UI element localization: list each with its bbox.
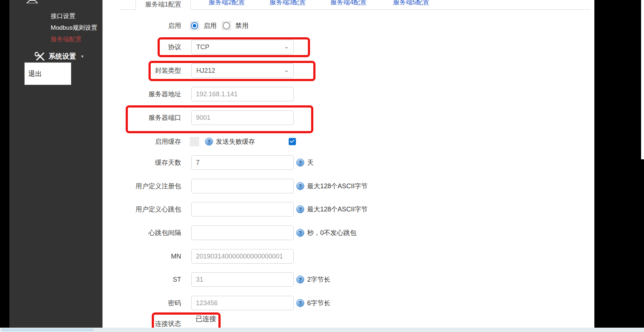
server-address-label: 服务器地址 [98, 87, 181, 101]
checkbox-halo [190, 137, 199, 146]
cache-enable-checkbox[interactable] [289, 138, 296, 145]
tab-server1-config[interactable]: 服务端1配置 [135, 0, 191, 10]
protocol-select[interactable]: TCP ⌄ [191, 40, 294, 54]
protocol-label: 协议 [98, 40, 181, 54]
heartbeat-packet-hint: 最大128个ASCII字节 [307, 202, 368, 217]
row-encapsulation: 封装类型 HJ212 ⌄ [98, 63, 406, 78]
row-protocol: 协议 TCP ⌄ [98, 40, 406, 54]
encapsulation-select[interactable]: HJ212 ⌄ [191, 63, 294, 78]
cache-enable-label: 启用缓存 [98, 134, 181, 149]
cache-enable-hint: 发送失败缓存 [216, 134, 255, 149]
system-settings-label: 系统设置 [49, 52, 76, 61]
cache-days-input[interactable] [191, 155, 294, 170]
help-icon[interactable]: ? [296, 276, 304, 283]
row-heartbeat-packet: 用户定义心跳包 ? 最大128个ASCII字节 [98, 202, 406, 217]
st-hint: 2字节长 [307, 272, 330, 287]
mn-label: MN [98, 249, 181, 264]
mn-input[interactable] [191, 249, 294, 264]
heartbeat-packet-input[interactable] [191, 202, 294, 217]
horizontal-scrollbar-track[interactable] [0, 328, 644, 332]
server-port-input[interactable] [191, 110, 294, 125]
help-icon[interactable]: ? [296, 182, 304, 190]
row-cache-days: 缓存天数 ? 天 [98, 155, 406, 170]
help-icon[interactable]: ? [296, 205, 304, 213]
window-left-edge [0, 0, 9, 332]
row-cache-enable: 启用缓存 ? 发送失败缓存 [98, 134, 406, 149]
enable-off-label[interactable]: 禁用 [235, 18, 248, 33]
tab-server4-config[interactable]: 服务端4配置 [330, 0, 367, 8]
heartbeat-interval-hint: 秒，0不发心跳包 [307, 226, 356, 240]
cache-days-hint: 天 [307, 155, 314, 170]
cache-days-label: 缓存天数 [98, 155, 181, 170]
enable-label: 启用 [98, 18, 181, 33]
register-packet-label: 用户定义注册包 [98, 179, 181, 193]
encapsulation-value: HJ212 [196, 64, 215, 77]
row-mn: MN [98, 249, 406, 264]
heartbeat-interval-input[interactable] [191, 226, 294, 240]
chevron-down-icon: ⌄ [284, 66, 289, 74]
heartbeat-interval-label: 心跳包间隔 [98, 226, 181, 240]
tab-server2-config[interactable]: 服务端2配置 [209, 0, 245, 8]
server-address-input[interactable] [191, 87, 294, 101]
sidebar-group-system-settings[interactable]: 系统设置 ▾ [26, 51, 106, 63]
window-right-edge [594, 0, 644, 332]
heartbeat-packet-label: 用户定义心跳包 [98, 202, 181, 217]
clipped-menu-icon [26, 0, 38, 3]
help-icon[interactable]: ? [296, 229, 304, 237]
tab-server5-config[interactable]: 服务端5配置 [393, 0, 429, 8]
register-packet-hint: 最大128个ASCII字节 [307, 179, 368, 193]
help-icon[interactable]: ? [296, 159, 304, 167]
sidebar: 接口设置 Modbus规则设置 服务端配置 系统设置 ▾ 退出 [9, 0, 103, 332]
st-label: ST [98, 272, 181, 287]
sidebar-item-server-config[interactable]: 服务端配置 [51, 35, 81, 43]
row-server-address: 服务器地址 [98, 87, 406, 101]
row-st: ST ? 2字节长 [98, 272, 406, 287]
row-heartbeat-interval: 心跳包间隔 ? 秒，0不发心跳包 [98, 226, 406, 240]
horizontal-scrollbar-thumb[interactable] [1, 328, 94, 331]
logout-button[interactable]: 退出 [24, 62, 71, 85]
server-port-label: 服务器端口 [98, 110, 181, 125]
tab-server3-config[interactable]: 服务端3配置 [269, 0, 306, 8]
enable-radio-on[interactable] [191, 22, 198, 29]
password-label: 密码 [98, 296, 181, 310]
connection-status-value: 已连接 [196, 314, 216, 324]
st-input[interactable] [191, 272, 294, 287]
sidebar-item-modbus-rules[interactable]: Modbus规则设置 [51, 24, 97, 32]
row-password: 密码 ? 6字节长 [98, 296, 406, 310]
password-input[interactable] [191, 296, 294, 310]
row-enable: 启用 启用 禁用 [98, 18, 406, 33]
chevron-down-icon: ⌄ [284, 43, 289, 50]
protocol-value: TCP [196, 40, 209, 54]
right-scrollbar-gutter [641, 0, 644, 159]
row-server-port: 服务器端口 [98, 110, 406, 125]
register-packet-input[interactable] [191, 179, 294, 193]
password-hint: 6字节长 [307, 296, 330, 310]
row-register-packet: 用户定义注册包 ? 最大128个ASCII字节 [98, 179, 406, 193]
encapsulation-label: 封装类型 [98, 63, 181, 78]
sidebar-item-interface-settings[interactable]: 接口设置 [51, 12, 75, 20]
wrench-screwdriver-icon [35, 51, 46, 62]
enable-on-label[interactable]: 启用 [204, 18, 217, 33]
help-icon[interactable]: ? [205, 138, 213, 146]
help-icon[interactable]: ? [296, 299, 304, 307]
enable-radio-off[interactable] [223, 22, 230, 29]
chevron-down-icon: ▾ [81, 54, 84, 59]
